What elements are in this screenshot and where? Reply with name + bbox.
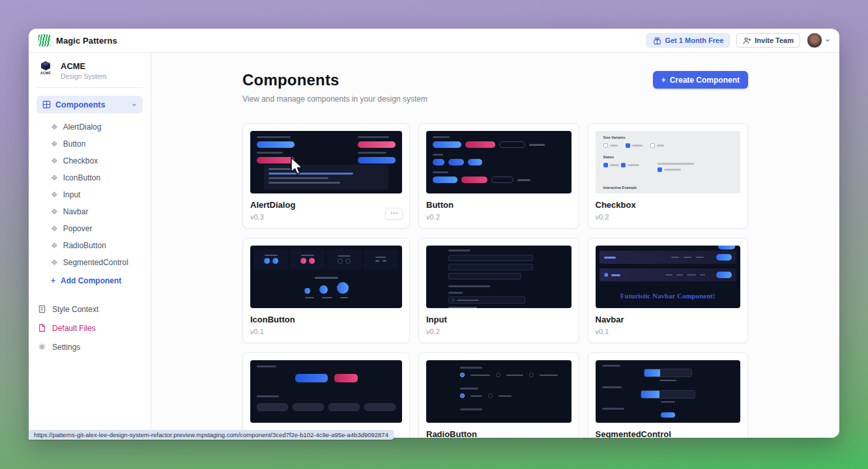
deco-line — [268, 173, 353, 175]
deco-navbar-row — [600, 251, 737, 264]
sidebar-item-settings[interactable]: Settings — [36, 337, 143, 356]
deco-line — [540, 375, 558, 376]
card-checkbox[interactable]: Size Variants States Intera — [588, 123, 749, 229]
sidebar-item-label: Style Context — [52, 305, 98, 314]
deco-button — [358, 141, 396, 148]
chevron-down-icon — [825, 38, 830, 43]
deco-line — [433, 136, 450, 138]
deco-segmented-control — [644, 369, 692, 377]
deco-line — [358, 152, 386, 154]
sidebar-item-checkbox[interactable]: ❖Checkbox — [48, 152, 143, 169]
deco-line — [602, 408, 624, 410]
deco-button — [295, 374, 328, 382]
cube-icon — [40, 61, 51, 71]
thumbnail-checkbox[interactable]: Size Variants States Intera — [596, 131, 741, 193]
sidebar-item-style-context[interactable]: Style Context — [36, 300, 143, 319]
sidebar-item-radiobutton[interactable]: ❖RadioButton — [48, 237, 143, 254]
sidebar-item-default-files[interactable]: Default Files — [36, 319, 143, 337]
thumb-row — [433, 159, 565, 165]
sidebar-group-components[interactable]: Components — [36, 96, 143, 113]
sidebar-item-input[interactable]: ❖Input — [48, 186, 143, 203]
card-radiobutton[interactable]: RadioButton v0.1 — [418, 352, 579, 438]
thumb-item — [650, 143, 664, 148]
sidebar-item-segmentedcontrol[interactable]: ❖SegmentedControl — [48, 254, 143, 271]
card-button[interactable]: Button v0.2 — [418, 123, 579, 229]
deco-button — [491, 177, 514, 183]
sidebar-item-label: Button — [63, 139, 86, 149]
deco-line — [700, 274, 705, 276]
icon-button-dot — [272, 258, 278, 264]
icon-button-dot — [309, 258, 315, 264]
user-menu[interactable] — [807, 33, 830, 48]
thumb-row — [603, 163, 733, 172]
card-popover[interactable]: Popover v0.2 — [242, 352, 410, 438]
deco-line — [687, 274, 696, 276]
radio-icon — [496, 373, 500, 377]
deco-button — [716, 272, 732, 278]
deco-button — [433, 159, 444, 165]
thumb-group — [254, 249, 288, 269]
card-name: IconButton — [250, 315, 402, 324]
deco-line — [460, 408, 482, 410]
thumbnail-radiobutton[interactable] — [426, 360, 571, 423]
deco-line — [322, 297, 332, 298]
deco-button — [433, 177, 457, 183]
deco-line — [338, 255, 351, 257]
card-more-button[interactable]: ⋯ — [385, 208, 403, 220]
add-component-label: Add Component — [61, 276, 121, 285]
deco-line — [658, 163, 694, 165]
sidebar-item-popover[interactable]: ❖Popover — [48, 220, 143, 237]
deco-line — [315, 277, 338, 279]
grid-icon — [42, 100, 51, 109]
thumbnail-button[interactable] — [426, 131, 571, 193]
segment — [676, 391, 695, 398]
thumbnail-iconbutton[interactable] — [250, 246, 402, 308]
get-month-free-button[interactable]: Get 1 Month Free — [646, 33, 730, 48]
thumbnail-popover[interactable] — [250, 360, 402, 423]
component-grid: AlertDialog v0.3 ⋯ — [242, 123, 748, 438]
thumb-row — [304, 282, 349, 294]
deco-links — [665, 274, 705, 276]
card-input[interactable]: Input v0.2 — [418, 238, 579, 343]
create-component-button[interactable]: + Create Component — [653, 71, 748, 89]
thumbnail-alertdialog[interactable] — [250, 131, 402, 193]
component-icon: ❖ — [51, 191, 58, 199]
card-name: SegmentedControl — [596, 429, 741, 438]
thumb-caption: States — [603, 155, 733, 159]
plus-icon: + — [51, 276, 55, 285]
deco-button — [364, 403, 396, 411]
sidebar-item-button[interactable]: ❖Button — [48, 135, 143, 152]
segment — [660, 369, 676, 377]
chevron-down-icon — [132, 102, 137, 107]
org-subtitle: Design System — [61, 72, 107, 80]
avatar[interactable] — [807, 33, 822, 48]
deco-line — [375, 260, 379, 262]
deco-line — [358, 136, 389, 138]
component-icon: ❖ — [51, 140, 58, 148]
deco-line — [268, 182, 340, 184]
thumbnail-input[interactable] — [426, 246, 571, 308]
card-version: v0.2 — [596, 213, 741, 221]
org-name: ACME — [61, 61, 107, 71]
thumbnail-navbar[interactable]: Futuristic Navbar Component! — [596, 246, 741, 308]
component-icon: ❖ — [51, 259, 58, 266]
deco-line — [433, 154, 443, 156]
document-lines-icon — [38, 305, 46, 313]
add-component-button[interactable]: + Add Component — [51, 272, 143, 289]
card-navbar[interactable]: Futuristic Navbar Component! Navbar v0.1 — [588, 238, 749, 343]
icon-button-dot — [338, 259, 343, 264]
deco-line — [529, 144, 545, 146]
deco-line — [470, 375, 490, 376]
sidebar-item-iconbutton[interactable]: ❖IconButton — [48, 169, 143, 186]
org-switcher[interactable]: ACME ACME Design System — [36, 61, 143, 80]
card-iconbutton[interactable]: IconButton v0.1 — [242, 238, 410, 343]
thumb-col — [358, 152, 396, 163]
thumbnail-segmentedcontrol[interactable] — [596, 360, 741, 423]
deco-line — [499, 395, 512, 397]
component-icon: ❖ — [51, 242, 58, 249]
sidebar-item-alertdialog[interactable]: ❖AlertDialog — [48, 119, 143, 135]
sidebar-item-navbar[interactable]: ❖Navbar — [48, 203, 143, 220]
invite-team-button[interactable]: Invite Team — [736, 33, 800, 48]
card-alertdialog[interactable]: AlertDialog v0.3 ⋯ — [242, 123, 410, 229]
card-segmentedcontrol[interactable]: SegmentedControl v0.2 — [588, 352, 749, 438]
